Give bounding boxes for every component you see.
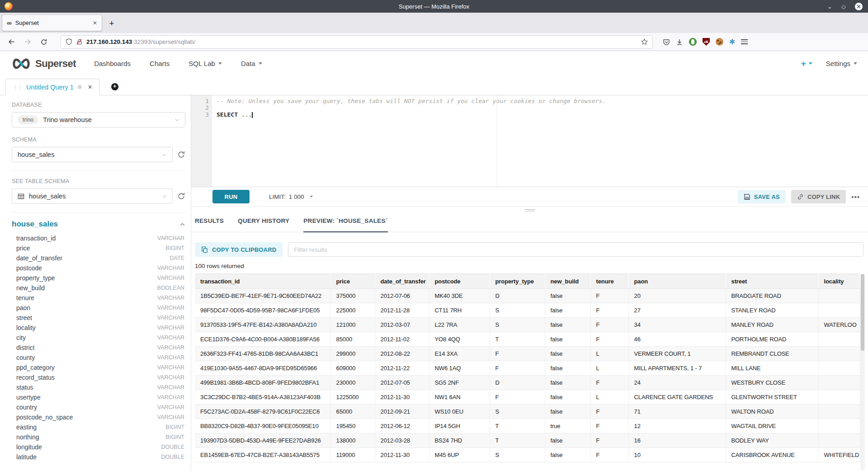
superset-logo[interactable]: Superset — [11, 58, 76, 70]
menu-hamburger-icon[interactable] — [741, 39, 748, 44]
query-tab[interactable]: ⋮⋮ Untitled Query 1 ✕ — [5, 79, 99, 95]
schema-column-type: VARCHAR — [157, 394, 185, 400]
schema-column-name: locality — [16, 324, 157, 331]
schema-column-name: paon — [16, 304, 157, 311]
column-header[interactable]: date_of_transfer — [375, 274, 429, 289]
tab-query-history[interactable]: QUERY HISTORY — [238, 215, 289, 232]
table-cell: S — [490, 303, 545, 318]
insecure-lock-icon[interactable] — [76, 38, 83, 45]
table-row: 499B1981-3B6B-4BCD-808F-9FED9802BFA12300… — [195, 376, 860, 390]
schema-select[interactable]: house_sales — [12, 147, 173, 162]
copy-link-button[interactable]: COPY LINK — [791, 190, 846, 203]
link-icon — [797, 193, 804, 200]
pane-splitter[interactable] — [191, 206, 868, 215]
url-text[interactable]: 217.160.120.143:32393/superset/sqllab/ — [86, 38, 637, 45]
database-select[interactable]: trino Trino warehouse — [12, 112, 185, 127]
new-tab-button[interactable]: + — [105, 17, 118, 30]
table-cell: GLENTWORTH STREET — [726, 390, 818, 405]
window-title: Superset — Mozilla Firefox — [0, 3, 868, 10]
column-header[interactable]: new_build — [545, 274, 590, 289]
table-select-value: house_sales — [29, 193, 157, 200]
bookmark-star-icon[interactable] — [641, 38, 648, 45]
back-icon[interactable] — [5, 36, 18, 48]
schema-column-name: postcode — [16, 264, 157, 272]
results-table: transaction_idpricedate_of_transferpostc… — [195, 273, 860, 462]
copy-to-clipboard-button[interactable]: COPY TO CLIPBOARD — [195, 242, 283, 257]
schema-column-name: longitude — [16, 443, 161, 451]
query-tabstrip: ⋮⋮ Untitled Query 1 ✕ + — [0, 76, 868, 95]
run-button[interactable]: RUN — [212, 190, 250, 203]
table-schema-title[interactable]: house_sales — [12, 220, 179, 229]
column-header[interactable]: tenure — [590, 274, 628, 289]
tab-close-icon[interactable]: ✕ — [93, 20, 97, 26]
extension-asterisk-icon[interactable]: ✱ — [729, 38, 735, 46]
window-maximize-icon[interactable]: ◇ — [841, 4, 846, 9]
query-tab-close-icon[interactable]: ✕ — [88, 84, 93, 90]
refresh-schema-icon[interactable] — [177, 151, 185, 159]
superset-infinity-icon — [11, 58, 32, 70]
table-select[interactable]: house_sales — [12, 188, 173, 204]
pocket-icon[interactable] — [663, 38, 670, 46]
nav-charts[interactable]: Charts — [150, 60, 170, 67]
tab-results[interactable]: RESULTS — [195, 215, 224, 232]
table-cell — [818, 303, 860, 318]
window-close-icon[interactable]: ✕ — [855, 3, 863, 10]
schema-column-row: statusVARCHAR — [12, 382, 185, 392]
sql-editor[interactable]: 1 2 3 -- Note: Unless you save your quer… — [191, 95, 868, 187]
schema-column-type: BIGINT — [165, 434, 185, 440]
nav-sql-lab[interactable]: SQL Lab — [189, 60, 222, 67]
limit-dropdown[interactable]: LIMIT: 1 000 — [269, 193, 313, 200]
column-header[interactable]: locality — [818, 274, 860, 289]
column-header[interactable]: street — [726, 274, 818, 289]
refresh-table-icon[interactable] — [177, 192, 185, 200]
table-scrollbar[interactable] — [860, 273, 865, 471]
save-as-button[interactable]: SAVE AS — [738, 190, 786, 203]
more-options-button[interactable]: ••• — [851, 193, 860, 201]
schema-column-row: longitudeDOUBLE — [12, 442, 185, 452]
table-cell: false — [545, 303, 590, 318]
table-cell — [818, 405, 860, 419]
filter-results-input[interactable] — [288, 242, 863, 257]
schema-column-name: transaction_id — [16, 235, 157, 242]
nav-data[interactable]: Data — [241, 60, 262, 67]
chevron-up-icon[interactable] — [179, 221, 185, 227]
browser-tab[interactable]: ∞ Superset ✕ — [2, 14, 102, 31]
drag-handle-icon[interactable]: ⋮⋮ — [12, 84, 22, 90]
window-minimize-icon[interactable]: ⌄ — [827, 4, 832, 9]
new-item-button[interactable]: + — [801, 59, 812, 68]
schema-column-name: county — [16, 354, 157, 361]
table-cell: 225000 — [330, 303, 375, 318]
cookie-extension-icon[interactable] — [716, 38, 723, 46]
ublock-origin-icon[interactable]: uB — [703, 38, 710, 46]
schema-column-type: VARCHAR — [157, 325, 185, 331]
url-bar[interactable]: 217.160.120.143:32393/superset/sqllab/ — [61, 35, 653, 49]
table-cell: L — [590, 347, 628, 361]
nav-dashboards[interactable]: Dashboards — [94, 60, 131, 67]
schema-column-row: northingBIGINT — [12, 432, 185, 442]
editor-code[interactable]: -- Note: Unless you save your query, the… — [212, 95, 868, 187]
tracking-shield-icon[interactable] — [66, 38, 72, 45]
table-cell: 46 — [628, 332, 726, 347]
reload-icon[interactable] — [37, 36, 51, 48]
forward-icon[interactable] — [21, 36, 34, 48]
schema-column-type: VARCHAR — [157, 364, 185, 371]
settings-menu[interactable]: Settings — [826, 60, 857, 67]
downloads-icon[interactable] — [676, 38, 683, 46]
schema-column-row: localityVARCHAR — [12, 323, 185, 333]
add-query-tab-button[interactable]: + — [111, 83, 118, 90]
column-header[interactable]: transaction_id — [195, 274, 330, 289]
tab-preview-house-sales[interactable]: PREVIEW: `HOUSE_SALES` — [303, 215, 387, 232]
scrollbar-thumb[interactable] — [861, 274, 864, 351]
column-header[interactable]: paon — [628, 274, 726, 289]
column-header[interactable]: postcode — [429, 274, 490, 289]
table-cell: F — [590, 448, 628, 462]
privacy-badger-icon[interactable] — [689, 38, 697, 46]
table-cell: 2012-11-30 — [375, 390, 429, 405]
column-header[interactable]: property_type — [490, 274, 545, 289]
column-header[interactable]: price — [330, 274, 375, 289]
limit-value: 1 000 — [289, 193, 304, 200]
drag-handle-icon[interactable] — [525, 209, 535, 212]
schema-column-type: VARCHAR — [157, 305, 185, 311]
unsaved-dot-icon — [78, 85, 82, 89]
table-cell: 2012-11-28 — [375, 303, 429, 318]
